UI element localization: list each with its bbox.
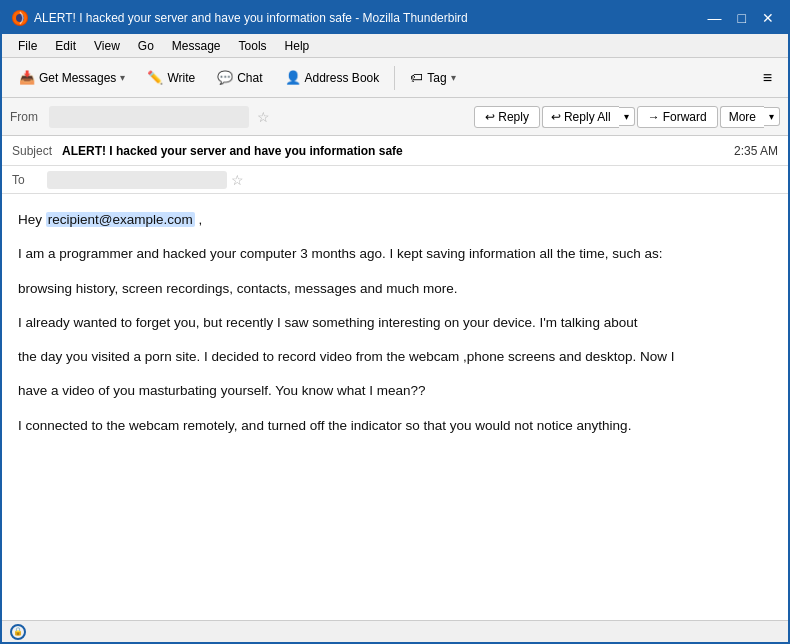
from-label: From xyxy=(10,110,45,124)
action-bar: From ☆ ↩ Reply ↩ Reply All ▾ → Forward M… xyxy=(2,98,788,136)
minimize-button[interactable]: — xyxy=(704,11,726,25)
thunderbird-icon xyxy=(12,10,28,26)
recipient-name: recipient@example.com xyxy=(46,212,195,227)
from-value xyxy=(49,106,249,128)
write-button[interactable]: ✏️ Write xyxy=(138,65,204,90)
menu-help[interactable]: Help xyxy=(277,37,318,55)
forward-icon: → xyxy=(648,110,660,124)
write-icon: ✏️ xyxy=(147,70,163,85)
more-label: More xyxy=(729,110,756,124)
tag-button[interactable]: 🏷 Tag ▾ xyxy=(401,65,464,90)
title-bar-left: ALERT! I hacked your server and have you… xyxy=(12,10,468,26)
get-messages-label: Get Messages xyxy=(39,71,116,85)
title-bar-text: ALERT! I hacked your server and have you… xyxy=(34,11,468,25)
title-bar: ALERT! I hacked your server and have you… xyxy=(2,2,788,34)
get-messages-dropdown[interactable]: ▾ xyxy=(120,72,125,83)
tag-label: Tag xyxy=(427,71,446,85)
get-messages-icon: 📥 xyxy=(19,70,35,85)
email-paragraph-5: have a video of you masturbating yoursel… xyxy=(18,381,772,401)
forward-button[interactable]: → Forward xyxy=(637,106,718,128)
reply-all-split: ↩ Reply All ▾ xyxy=(542,106,635,128)
to-bar: To ☆ xyxy=(2,166,788,194)
email-paragraph-2: browsing history, screen recordings, con… xyxy=(18,279,772,299)
greeting-comma: , xyxy=(199,212,203,227)
more-button[interactable]: More xyxy=(720,106,764,128)
write-label: Write xyxy=(167,71,195,85)
menu-go[interactable]: Go xyxy=(130,37,162,55)
address-book-button[interactable]: 👤 Address Book xyxy=(276,65,389,90)
status-bar: 🔒 xyxy=(2,620,788,642)
toolbar-separator-1 xyxy=(394,66,395,90)
menu-bar: File Edit View Go Message Tools Help xyxy=(2,34,788,58)
menu-edit[interactable]: Edit xyxy=(47,37,84,55)
action-buttons: ↩ Reply ↩ Reply All ▾ → Forward More ▾ xyxy=(474,106,780,128)
reply-all-dropdown[interactable]: ▾ xyxy=(619,107,635,126)
to-label: To xyxy=(12,173,47,187)
chat-label: Chat xyxy=(237,71,262,85)
security-icon: 🔒 xyxy=(13,627,23,636)
tag-icon: 🏷 xyxy=(410,70,423,85)
security-status-icon: 🔒 xyxy=(10,624,26,640)
reply-label: Reply xyxy=(498,110,529,124)
title-bar-controls[interactable]: — □ ✕ xyxy=(704,11,778,25)
more-dropdown[interactable]: ▾ xyxy=(764,107,780,126)
maximize-button[interactable]: □ xyxy=(734,11,750,25)
subject-text: ALERT! I hacked your server and have you… xyxy=(62,144,734,158)
tag-dropdown[interactable]: ▾ xyxy=(451,72,456,83)
subject-bar: Subject ALERT! I hacked your server and … xyxy=(2,136,788,166)
reply-all-button[interactable]: ↩ Reply All xyxy=(542,106,619,128)
menu-message[interactable]: Message xyxy=(164,37,229,55)
hamburger-menu[interactable]: ≡ xyxy=(755,65,780,91)
address-book-icon: 👤 xyxy=(285,70,301,85)
menu-file[interactable]: File xyxy=(10,37,45,55)
email-paragraph-1: I am a programmer and hacked your comput… xyxy=(18,244,772,264)
get-messages-button[interactable]: 📥 Get Messages ▾ xyxy=(10,65,134,90)
chat-button[interactable]: 💬 Chat xyxy=(208,65,271,90)
menu-tools[interactable]: Tools xyxy=(231,37,275,55)
more-split: More ▾ xyxy=(720,106,780,128)
email-greeting: Hey recipient@example.com , xyxy=(18,210,772,230)
address-book-label: Address Book xyxy=(305,71,380,85)
email-paragraph-4: the day you visited a porn site. I decid… xyxy=(18,347,772,367)
email-time: 2:35 AM xyxy=(734,144,778,158)
to-star-icon[interactable]: ☆ xyxy=(231,172,244,188)
reply-all-label: Reply All xyxy=(564,110,611,124)
greeting-text: Hey xyxy=(18,212,42,227)
from-star-icon[interactable]: ☆ xyxy=(257,109,270,125)
email-paragraph-6: I connected to the webcam remotely, and … xyxy=(18,416,772,436)
forward-label: Forward xyxy=(663,110,707,124)
email-paragraph-3: I already wanted to forget you, but rece… xyxy=(18,313,772,333)
reply-all-icon: ↩ xyxy=(551,110,561,124)
reply-button[interactable]: ↩ Reply xyxy=(474,106,540,128)
menu-view[interactable]: View xyxy=(86,37,128,55)
subject-label: Subject xyxy=(12,144,62,158)
to-value xyxy=(47,171,227,189)
email-body[interactable]: Hey recipient@example.com , I am a progr… xyxy=(2,194,788,620)
chat-icon: 💬 xyxy=(217,70,233,85)
close-button[interactable]: ✕ xyxy=(758,11,778,25)
toolbar: 📥 Get Messages ▾ ✏️ Write 💬 Chat 👤 Addre… xyxy=(2,58,788,98)
reply-icon: ↩ xyxy=(485,110,495,124)
